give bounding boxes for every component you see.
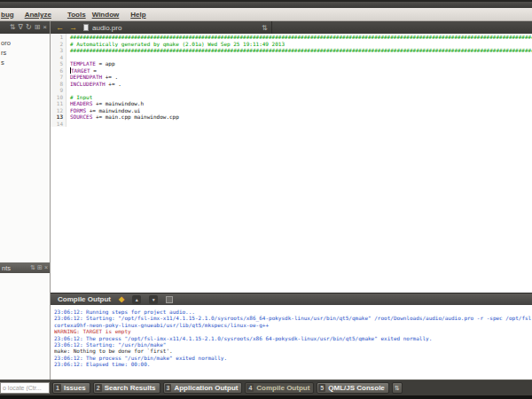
menu-item-debug[interactable]: bug — [1, 11, 14, 19]
editor-column: 1#######################################… — [51, 34, 532, 379]
window-titlebar — [0, 0, 532, 8]
open-documents-header: nts ⇅ ⊞ × — [0, 262, 50, 273]
editor-line: 6TARGET = — [51, 67, 532, 74]
compile-output-text[interactable]: 23:06:12: Running steps for project audi… — [51, 305, 532, 379]
line-number: 8 — [51, 81, 66, 88]
output-line: 23:06:12: Starting: "/opt/fsl-imx-x11/4.… — [54, 315, 532, 321]
locator-input[interactable] — [0, 382, 50, 394]
pane-button-label: Application Output — [174, 384, 238, 392]
pane-button-label: Compile Output — [256, 384, 309, 392]
sync-with-editor-icon[interactable]: ↻ — [26, 21, 32, 34]
status-bar: 1 Issues 2 Search Results 3 Application … — [0, 379, 532, 395]
code-text: ########################################… — [66, 34, 532, 41]
menu-item-help[interactable]: Help — [130, 11, 145, 19]
editor-line: 7DEPENDPATH += . — [51, 74, 532, 81]
pane-button-application-output[interactable]: 3 Application Output — [163, 382, 243, 394]
line-number: 3 — [51, 47, 66, 54]
code-text: TARGET = — [66, 67, 97, 74]
pane-button-number: 1 — [54, 384, 61, 392]
view-selector-dropdown-icon[interactable]: ⇅ — [10, 21, 16, 34]
tree-item-headers[interactable]: rs — [0, 48, 50, 58]
output-line: cortexa9hf-neon-poky-linux-gnueabi/usr/l… — [54, 322, 532, 328]
main-area: oro rs s nts ⇅ ⊞ × 1####################… — [0, 34, 532, 379]
file-icon — [83, 24, 89, 31]
editor-line: 8INCLUDEPATH += . — [51, 81, 532, 88]
close-pane-icon[interactable]: × — [44, 262, 48, 273]
code-text: ########################################… — [66, 47, 532, 54]
filter-icon[interactable]: ∇ — [19, 21, 23, 34]
editor-line: 3#######################################… — [51, 47, 532, 54]
pane-button-qmljs-console[interactable]: 5 QML/JS Console — [317, 382, 388, 394]
code-text: HEADERS += mainwindow.h — [66, 100, 144, 107]
pane-button-number: 5 — [318, 384, 325, 392]
line-number: 14 — [51, 121, 66, 128]
line-number: 13 — [51, 113, 66, 121]
output-pane-title: Compile Output — [58, 295, 111, 303]
line-number: 1 — [51, 34, 66, 41]
output-line: 23:06:12: Running steps for project audi… — [54, 309, 532, 315]
code-editor[interactable]: 1#######################################… — [51, 34, 532, 293]
compile-output-header: Compile Output ◆ ▲ ▼ — [51, 293, 532, 305]
clear-output-icon[interactable]: ◆ — [119, 295, 124, 303]
split-icon[interactable]: ⊞ — [37, 262, 43, 273]
editor-line: 4 — [51, 54, 532, 61]
menu-item-window[interactable]: Window — [92, 11, 120, 19]
pane-button-number: 2 — [95, 384, 102, 392]
editor-tab-bar: ← → audio.pro ⇅ — [51, 21, 532, 34]
document-dropdown-icon[interactable]: ⇅ — [262, 24, 268, 32]
toolbar-separator — [271, 21, 272, 34]
output-line: 23:06:12: The process "/usr/bin/make" ex… — [54, 355, 532, 361]
pane-selector-dropdown-icon[interactable]: ⇅ — [30, 262, 35, 273]
pane-button-compile-output[interactable]: 4 Compile Output — [245, 382, 314, 394]
open-documents-list[interactable] — [0, 273, 50, 379]
open-documents-title: nts — [2, 264, 11, 272]
line-number: 4 — [51, 54, 66, 61]
pane-button-number: 3 — [165, 384, 172, 392]
code-text: # Automatically generated by qmake (2.01… — [66, 41, 285, 48]
output-pane-toggle-button[interactable]: ⇅ — [392, 382, 403, 394]
pane-button-label: QML/JS Console — [328, 384, 385, 392]
line-number: 5 — [51, 60, 66, 67]
editor-line: 1#######################################… — [51, 34, 532, 41]
top-toolbar: ⇅ ∇ ↻ ⊞ × ← → audio.pro ⇅ — [0, 21, 532, 34]
go-back-icon[interactable]: ← — [56, 23, 64, 32]
compile-output-pane: Compile Output ◆ ▲ ▼ 23:06:12: Running s… — [51, 293, 532, 379]
pane-button-label: Issues — [64, 384, 86, 392]
code-text: TEMPLATE = app — [66, 60, 115, 67]
line-number: 10 — [51, 94, 66, 101]
next-item-icon[interactable]: ▼ — [149, 295, 158, 304]
line-number: 7 — [51, 74, 66, 81]
editor-line: 14 — [51, 121, 532, 128]
code-text — [66, 54, 70, 61]
editor-line: 2# Automatically generated by qmake (2.0… — [51, 41, 532, 48]
pane-button-search-results[interactable]: 2 Search Results — [93, 382, 160, 394]
maximize-pane-icon[interactable] — [166, 296, 173, 303]
code-text: FORMS += mainwindow.ui — [66, 107, 140, 114]
code-text — [66, 121, 70, 128]
line-number: 11 — [51, 100, 66, 107]
output-line: make: Nothing to be done for `first'. — [54, 348, 532, 354]
left-sidebar: oro rs s nts ⇅ ⊞ × — [0, 34, 51, 379]
editor-line: 11HEADERS += mainwindow.h — [51, 100, 532, 107]
editor-line: 10# Input — [51, 94, 532, 101]
line-number: 12 — [51, 107, 66, 114]
output-line: 23:06:12: The process "/opt/fsl-imx-x11/… — [54, 335, 532, 341]
project-pane-toolbar: ⇅ ∇ ↻ ⊞ × — [0, 21, 51, 34]
output-line: WARNING: TARGET is empty — [54, 328, 532, 334]
editor-line: 13SOURCES += main.cpp mainwindow.cpp — [51, 113, 532, 121]
close-pane-icon[interactable]: × — [43, 21, 47, 34]
editor-tab-label[interactable]: audio.pro — [92, 24, 121, 32]
menu-item-analyze[interactable]: Analyze — [25, 11, 51, 19]
tree-item-project[interactable]: oro — [0, 38, 50, 48]
previous-item-icon[interactable]: ▲ — [132, 295, 141, 304]
tree-item-sources[interactable]: s — [0, 58, 50, 67]
line-number: 9 — [51, 87, 66, 94]
code-text: DEPENDPATH += . — [66, 74, 118, 81]
go-forward-icon[interactable]: → — [69, 23, 77, 32]
code-text: SOURCES += main.cpp mainwindow.cpp — [66, 113, 179, 121]
split-icon[interactable]: ⊞ — [35, 21, 41, 34]
menu-item-tools[interactable]: Tools — [67, 11, 86, 19]
pane-button-issues[interactable]: 1 Issues — [52, 382, 90, 394]
editor-line: 9 — [51, 87, 532, 94]
editor-line: 5TEMPLATE = app — [51, 60, 532, 67]
